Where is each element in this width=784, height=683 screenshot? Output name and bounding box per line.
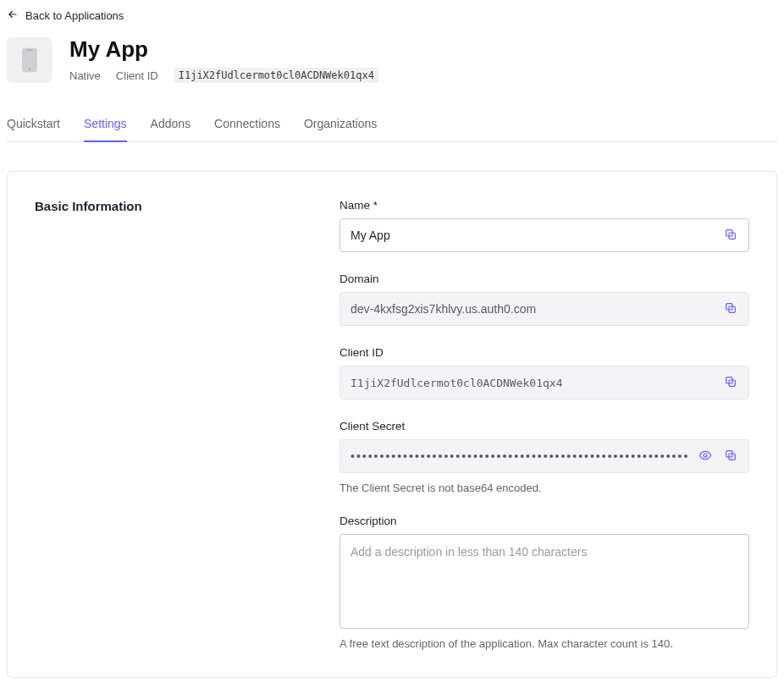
copy-icon xyxy=(724,301,737,317)
copy-client-secret-button[interactable] xyxy=(719,444,743,468)
back-to-applications-link[interactable]: Back to Applications xyxy=(7,7,124,25)
field-client-secret: Client Secret The Client Secret is not b… xyxy=(340,420,749,494)
field-name: Name * xyxy=(340,199,749,252)
svg-rect-2 xyxy=(26,49,32,51)
tabs: Quickstart Settings Addons Connections O… xyxy=(7,117,777,142)
app-title: My App xyxy=(69,36,379,63)
copy-icon xyxy=(724,375,737,391)
tab-organizations[interactable]: Organizations xyxy=(304,117,377,142)
description-label: Description xyxy=(340,515,749,527)
eye-icon xyxy=(698,449,712,465)
client-id-label: Client ID xyxy=(116,69,158,82)
tab-connections[interactable]: Connections xyxy=(214,117,280,142)
client-secret-help: The Client Secret is not base64 encoded. xyxy=(340,482,749,494)
name-label: Name * xyxy=(340,199,749,212)
app-header: My App Native Client ID I1jiX2fUdlcermot… xyxy=(7,36,777,83)
copy-domain-button[interactable] xyxy=(719,297,743,321)
mobile-device-icon xyxy=(20,47,39,74)
client-secret-input xyxy=(340,439,749,473)
app-type: Native xyxy=(69,69,101,82)
tab-settings[interactable]: Settings xyxy=(84,117,127,142)
copy-name-button[interactable] xyxy=(719,223,743,247)
client-id-inline: I1jiX2fUdlcermot0cl0ACDNWek01qx4 xyxy=(174,68,379,83)
field-domain: Domain xyxy=(340,273,749,326)
client-id-field-label: Client ID xyxy=(340,346,749,359)
reveal-client-secret-button[interactable] xyxy=(693,444,717,468)
client-secret-label: Client Secret xyxy=(340,420,749,432)
copy-icon xyxy=(724,449,737,465)
field-description: Description A free text description of t… xyxy=(340,515,749,650)
tab-quickstart[interactable]: Quickstart xyxy=(7,117,60,142)
domain-label: Domain xyxy=(340,273,749,285)
svg-point-10 xyxy=(704,454,707,457)
copy-client-id-button[interactable] xyxy=(719,371,743,394)
description-textarea[interactable] xyxy=(340,534,749,629)
section-basic-information: Basic Information xyxy=(35,199,306,650)
copy-icon xyxy=(724,228,737,244)
tab-addons[interactable]: Addons xyxy=(151,117,190,142)
client-id-input xyxy=(340,366,749,399)
field-client-id: Client ID xyxy=(340,346,749,399)
arrow-left-icon xyxy=(7,8,19,23)
svg-point-3 xyxy=(29,68,31,70)
back-link-label: Back to Applications xyxy=(25,9,124,22)
description-help: A free text description of the applicati… xyxy=(340,637,749,650)
app-icon xyxy=(7,37,52,83)
domain-input xyxy=(340,292,749,326)
settings-panel: Basic Information Name * Domain xyxy=(7,171,777,678)
name-input[interactable] xyxy=(340,218,749,252)
